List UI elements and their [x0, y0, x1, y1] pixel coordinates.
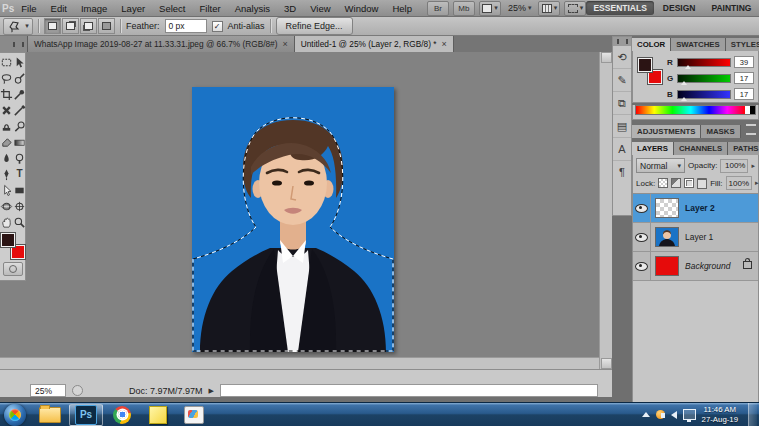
subtract-from-selection-button[interactable]	[80, 18, 97, 34]
fill-value[interactable]: 100%	[726, 176, 752, 190]
green-channel-value[interactable]: 17	[734, 72, 754, 84]
taskbar-sticky-notes-button[interactable]	[141, 404, 175, 426]
menu-image[interactable]: Image	[74, 3, 114, 14]
history-brush-tool-icon[interactable]	[13, 118, 26, 134]
menu-analysis[interactable]: Analysis	[228, 3, 277, 14]
clone-source-panel-icon[interactable]: ⧉	[613, 92, 631, 115]
healing-brush-tool-icon[interactable]	[0, 102, 13, 118]
scroll-down-button[interactable]	[601, 358, 612, 369]
slider-thumb[interactable]	[681, 81, 687, 85]
quick-mask-button[interactable]	[3, 262, 23, 276]
taskbar-photoshop-button[interactable]: Ps	[69, 404, 103, 426]
blue-channel-slider[interactable]	[677, 90, 731, 99]
tools-panel-header[interactable]	[0, 36, 28, 52]
new-selection-button[interactable]	[44, 18, 61, 34]
menu-window[interactable]: Window	[338, 3, 386, 14]
dock-collapse-header[interactable]	[613, 37, 631, 46]
move-tool-icon[interactable]	[13, 54, 26, 70]
red-channel-slider[interactable]	[677, 58, 731, 67]
photo-document[interactable]	[192, 87, 394, 352]
layer-name[interactable]: Background	[685, 261, 730, 271]
visibility-toggle[interactable]	[633, 194, 651, 222]
path-selection-tool-icon[interactable]	[0, 182, 13, 198]
gradient-tool-icon[interactable]	[13, 134, 26, 150]
layer-row-layer-2[interactable]: Layer 2	[633, 194, 758, 223]
color-spectrum-ramp[interactable]	[635, 105, 756, 115]
taskbar-clock[interactable]: 11:46 AM 27-Aug-19	[702, 405, 738, 424]
zoom-tool-icon[interactable]	[13, 214, 26, 230]
foreground-color-swatch[interactable]	[1, 233, 15, 247]
3d-camera-rotate-tool-icon[interactable]	[13, 198, 26, 214]
show-hidden-icons-button[interactable]	[642, 412, 650, 417]
clone-stamp-tool-icon[interactable]	[0, 118, 13, 134]
history-panel-icon[interactable]: ⟲	[613, 46, 631, 69]
lock-position-icon[interactable]	[684, 178, 694, 188]
rectangular-marquee-tool-icon[interactable]	[0, 54, 13, 70]
layer-thumbnail-red[interactable]	[655, 256, 679, 276]
tab-close-icon[interactable]: ×	[283, 39, 288, 49]
bridge-icon[interactable]: Br	[427, 1, 449, 16]
visibility-toggle[interactable]	[633, 252, 651, 280]
hand-tool-icon[interactable]	[0, 214, 13, 230]
menu-file[interactable]: File	[14, 3, 43, 14]
mini-bridge-icon[interactable]: Mb	[453, 1, 475, 16]
workspace-painting[interactable]: PAINTING	[704, 1, 758, 15]
lasso-tool-icon[interactable]	[0, 70, 13, 86]
vertical-scrollbar[interactable]	[599, 52, 612, 369]
status-zoom-input[interactable]: 25%	[30, 384, 66, 397]
background-color-swatch[interactable]	[11, 245, 25, 259]
add-to-selection-button[interactable]	[62, 18, 79, 34]
visibility-toggle[interactable]	[633, 223, 651, 251]
intersect-selection-button[interactable]	[98, 18, 115, 34]
paragraph-panel-icon[interactable]: ¶	[613, 161, 631, 183]
menu-filter[interactable]: Filter	[193, 3, 228, 14]
menu-help[interactable]: Help	[385, 3, 419, 14]
layer-thumbnail-transparent[interactable]	[655, 198, 679, 218]
polygonal-lasso-tool-preset[interactable]: ▾	[3, 18, 33, 35]
layer-row-background[interactable]: Background	[633, 252, 758, 281]
show-desktop-button[interactable]	[748, 403, 757, 426]
dodge-tool-icon[interactable]	[13, 150, 26, 166]
green-channel-slider[interactable]	[677, 74, 731, 83]
tab-channels[interactable]: CHANNELS	[674, 142, 728, 155]
arrange-documents-icon[interactable]: ▾	[538, 1, 560, 16]
taskbar-paint-button[interactable]	[177, 404, 211, 426]
tab-color[interactable]: COLOR	[632, 38, 671, 51]
tab-adjustments[interactable]: ADJUSTMENTS	[632, 125, 701, 138]
tab-close-icon[interactable]: ×	[441, 39, 446, 49]
workspace-essentials[interactable]: ESSENTIALS	[586, 1, 653, 15]
menu-edit[interactable]: Edit	[44, 3, 74, 14]
layer-thumbnail-photo[interactable]	[655, 227, 679, 247]
workspace-design[interactable]: DESIGN	[656, 1, 703, 15]
start-button[interactable]	[4, 404, 26, 426]
antialias-checkbox[interactable]: ✓	[212, 21, 223, 32]
lock-transparency-icon[interactable]	[658, 178, 668, 188]
pen-tool-icon[interactable]	[0, 166, 13, 182]
scroll-up-button[interactable]	[601, 52, 612, 63]
foreground-color-swatch[interactable]	[638, 58, 652, 72]
horizontal-scrollbar[interactable]	[0, 357, 599, 369]
tab-swatches[interactable]: SWATCHES	[671, 38, 726, 51]
opacity-value[interactable]: 100%	[720, 159, 748, 173]
layer-name[interactable]: Layer 2	[685, 203, 715, 213]
brush-presets-panel-icon[interactable]: ✎	[613, 69, 631, 92]
panel-menu-icon[interactable]	[746, 124, 756, 135]
document-tab-whatsapp-image[interactable]: WhatsApp Image 2019-08-27 at 11.33.31.jp…	[28, 36, 295, 52]
view-extras-icon[interactable]: ▾	[479, 1, 501, 16]
screen-mode-icon[interactable]: ▾	[564, 1, 586, 16]
brush-tool-icon[interactable]	[13, 102, 26, 118]
red-channel-value[interactable]: 39	[734, 56, 754, 68]
tab-masks[interactable]: MASKS	[701, 125, 740, 138]
layer-name[interactable]: Layer 1	[685, 232, 713, 242]
blend-mode-dropdown[interactable]: Normal▾	[636, 158, 685, 173]
tab-styles[interactable]: STYLES	[726, 38, 759, 51]
layer-comps-panel-icon[interactable]: ▤	[613, 115, 631, 138]
menu-select[interactable]: Select	[152, 3, 192, 14]
status-flyout-arrow-icon[interactable]: ▶	[209, 387, 214, 395]
character-panel-icon[interactable]: A	[613, 138, 631, 161]
tab-layers[interactable]: LAYERS	[632, 142, 674, 155]
blur-tool-icon[interactable]	[0, 150, 13, 166]
network-icon[interactable]	[683, 409, 696, 420]
taskbar-chrome-button[interactable]	[105, 404, 139, 426]
menu-layer[interactable]: Layer	[114, 3, 152, 14]
